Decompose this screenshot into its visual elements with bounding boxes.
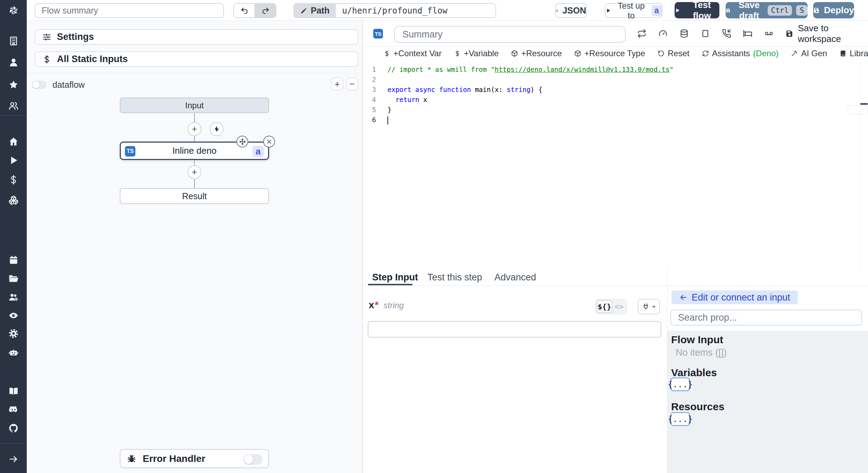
tab-step-input[interactable]: Step Input bbox=[372, 272, 418, 283]
delete-step-button[interactable] bbox=[263, 136, 275, 147]
variables-chip[interactable]: {...} bbox=[670, 378, 690, 391]
code-line[interactable] bbox=[387, 75, 858, 85]
code-line[interactable]: return x bbox=[387, 95, 858, 105]
tab-label: Step Input bbox=[372, 272, 418, 282]
graph-zoom-in-button[interactable]: + bbox=[331, 77, 343, 91]
code-line[interactable]: } bbox=[387, 105, 858, 115]
sidebar-item-home[interactable] bbox=[0, 136, 27, 147]
sidebar-item-schedules[interactable] bbox=[0, 255, 27, 265]
insert-step-button[interactable] bbox=[187, 122, 201, 136]
search-prop-input[interactable] bbox=[670, 310, 862, 326]
insert-step-button[interactable] bbox=[187, 165, 201, 179]
sidebar-item-user[interactable] bbox=[0, 57, 27, 68]
sidebar-item-favorites[interactable] bbox=[0, 79, 27, 90]
zoom-out-label: − bbox=[349, 79, 354, 90]
concurrency-button[interactable] bbox=[764, 29, 774, 38]
code-token: string bbox=[507, 86, 531, 93]
code-editor[interactable]: 123456 // import * as wmill from "https:… bbox=[363, 61, 868, 268]
redo-button[interactable] bbox=[255, 4, 276, 17]
toggle-knob bbox=[244, 455, 253, 464]
input-mode-toggle: ${} <> bbox=[595, 299, 627, 314]
play-icon bbox=[675, 7, 680, 14]
library-button[interactable]: Library bbox=[840, 49, 868, 58]
flow-summary-input[interactable] bbox=[35, 3, 224, 18]
flow-settings-button[interactable]: Settings bbox=[35, 29, 358, 45]
code-line[interactable]: export async function main(x: string) { bbox=[387, 85, 858, 95]
add-trigger-button[interactable] bbox=[210, 122, 224, 136]
sidebar-item-workers[interactable] bbox=[0, 292, 27, 302]
sidebar-item-variables[interactable] bbox=[0, 175, 27, 185]
kbd-ctrl: Ctrl bbox=[768, 5, 792, 16]
code-lines[interactable]: // import * as wmill from "https://deno.… bbox=[387, 65, 858, 125]
save-icon bbox=[785, 29, 794, 38]
path-input[interactable] bbox=[336, 4, 495, 17]
sidebar-item-settings[interactable] bbox=[0, 328, 27, 339]
home-icon bbox=[8, 136, 19, 147]
code-line[interactable]: // import * as wmill from "https://deno.… bbox=[387, 65, 858, 75]
add-context-var-button[interactable]: +Context Var bbox=[384, 49, 442, 58]
sidebar-item-github[interactable] bbox=[0, 423, 27, 433]
save-draft-button[interactable]: Save draft Ctrl S bbox=[726, 2, 808, 18]
sidebar-item-groups[interactable] bbox=[0, 101, 27, 111]
save-to-workspace-button[interactable]: Save to workspace bbox=[785, 23, 868, 44]
file-json-icon bbox=[556, 7, 558, 15]
sidebar-item-audit-logs[interactable] bbox=[0, 310, 27, 321]
all-static-inputs-button[interactable]: All Static Inputs bbox=[35, 51, 358, 67]
windmill-logo[interactable] bbox=[0, 4, 27, 17]
graph-edge bbox=[194, 179, 195, 188]
sleep-button[interactable] bbox=[743, 29, 752, 38]
sidebar-expand-button[interactable] bbox=[0, 454, 27, 464]
assistants-button[interactable]: Assistants (Deno) bbox=[702, 49, 779, 58]
package-icon bbox=[511, 50, 518, 57]
add-resource-button[interactable]: +Resource bbox=[511, 49, 562, 58]
star-icon bbox=[8, 79, 19, 90]
cache-button[interactable] bbox=[679, 29, 689, 38]
step-summary-input[interactable] bbox=[394, 26, 626, 43]
test-up-to-button[interactable]: Test up to a bbox=[605, 3, 662, 18]
tab-test-this-step[interactable]: Test this step bbox=[427, 272, 482, 283]
sidebar-item-folders[interactable] bbox=[0, 273, 27, 284]
dataflow-toggle[interactable] bbox=[32, 81, 47, 89]
undo-button[interactable] bbox=[234, 4, 254, 17]
template-mode-segment[interactable]: ${} bbox=[596, 300, 612, 313]
suspend-button[interactable] bbox=[722, 29, 731, 38]
error-handler-toggle[interactable] bbox=[243, 454, 263, 465]
move-icon bbox=[239, 138, 246, 145]
reset-button[interactable]: Reset bbox=[658, 49, 690, 58]
sidebar-item-ai[interactable] bbox=[0, 347, 27, 358]
code-line[interactable] bbox=[387, 115, 858, 125]
error-handler-row[interactable]: Error Handler bbox=[120, 449, 269, 468]
test-flow-button[interactable]: Test flow bbox=[675, 2, 719, 18]
move-step-button[interactable] bbox=[236, 136, 248, 147]
scroll-widget[interactable] bbox=[848, 105, 868, 115]
line-number: 6 bbox=[363, 115, 381, 125]
sidebar-item-resources[interactable] bbox=[0, 195, 27, 205]
sidebar-item-workspace[interactable] bbox=[0, 36, 27, 46]
graph-node-result[interactable]: Result bbox=[120, 188, 269, 204]
mock-button[interactable] bbox=[701, 29, 710, 38]
connect-input-button[interactable] bbox=[638, 299, 660, 314]
deploy-button[interactable]: Deploy bbox=[813, 2, 854, 18]
arg-value-input[interactable] bbox=[368, 321, 661, 338]
resources-chip[interactable]: {...} bbox=[670, 412, 690, 426]
edit-or-connect-input-button[interactable]: Edit or connect an input bbox=[671, 290, 798, 304]
tab-advanced[interactable]: Advanced bbox=[494, 272, 536, 283]
refresh-cw-icon bbox=[702, 50, 709, 57]
graph-zoom-out-button[interactable]: − bbox=[346, 77, 358, 91]
typescript-badge: TS bbox=[125, 146, 135, 157]
add-resource-type-button[interactable]: +Resource Type bbox=[574, 49, 645, 58]
add-variable-button[interactable]: +Variable bbox=[454, 49, 499, 58]
json-button[interactable]: JSON bbox=[555, 3, 587, 18]
line-number: 3 bbox=[363, 85, 381, 95]
sidebar-item-runs[interactable] bbox=[0, 155, 27, 166]
sidebar-item-docs[interactable] bbox=[0, 386, 27, 396]
active-tab-underline bbox=[368, 284, 412, 285]
ai-gen-button[interactable]: AI Gen bbox=[791, 49, 827, 58]
sidebar-item-discord[interactable] bbox=[0, 404, 27, 415]
path-button[interactable]: Path bbox=[294, 4, 336, 17]
retries-button[interactable] bbox=[637, 29, 646, 38]
code-mode-segment[interactable]: <> bbox=[612, 300, 626, 313]
graph-node-input[interactable]: Input bbox=[120, 98, 269, 113]
arg-type: string bbox=[383, 301, 404, 310]
early-stop-button[interactable] bbox=[658, 29, 668, 38]
